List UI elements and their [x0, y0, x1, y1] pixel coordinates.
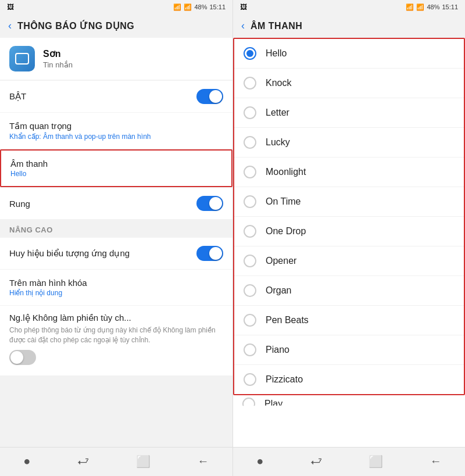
left-bottom-nav: ● ⮐ ⬜ ← — [0, 447, 233, 476]
tam-quan-trong-row[interactable]: Tầm quan trọng Khẩn cấp: Âm thanh và pop… — [0, 113, 233, 149]
right-back-button[interactable]: ‹ — [241, 20, 245, 32]
app-sub: Tin nhắn — [43, 60, 73, 69]
left-panel: 🖼 📶 📶 48% 15:11 ‹ THÔNG BÁO ỨNG DỤNG Sơn… — [0, 0, 233, 476]
left-top-bar: ‹ THÔNG BÁO ỨNG DỤNG — [0, 14, 233, 38]
radio-pen-beats — [244, 314, 256, 327]
radio-opener — [244, 255, 256, 267]
radio-knock — [244, 77, 256, 90]
right-status-bar: 🖼 📶 📶 48% 15:11 — [233, 0, 465, 14]
sound-item-piano[interactable]: Piano — [234, 335, 464, 365]
left-status-right: 📶 📶 48% 15:11 — [173, 3, 226, 11]
partial-play-label: Play — [264, 399, 282, 409]
am-thanh-text: Âm thanh Hello — [10, 159, 48, 178]
rung-row[interactable]: Rung — [0, 188, 233, 219]
sound-label-pizzicato: Pizzicato — [266, 374, 303, 385]
radio-organ — [244, 284, 256, 297]
sound-label-opener: Opener — [266, 256, 296, 266]
bat-row[interactable]: BẬT — [0, 81, 233, 112]
sound-label-lucky: Lucky — [266, 137, 290, 148]
sound-item-on-time[interactable]: On Time — [234, 187, 464, 217]
sound-label-hello: Hello — [266, 48, 287, 59]
left-nav-back[interactable]: ← — [188, 452, 219, 470]
ngle-body: Cho phép thông báo từ ứng dụng này khi c… — [9, 325, 223, 345]
partial-radio — [242, 398, 255, 410]
partial-play-item[interactable]: Play — [233, 395, 465, 413]
radio-moonlight — [244, 166, 256, 178]
sound-item-pizzicato[interactable]: Pizzicato — [234, 365, 464, 394]
am-thanh-row[interactable]: Âm thanh Hello — [0, 149, 233, 187]
left-status-left: 🖼 — [7, 3, 14, 11]
right-nav-square[interactable]: ⬜ — [359, 452, 392, 471]
rung-label: Rung — [9, 199, 30, 209]
sound-label-pen-beats: Pen Beats — [266, 315, 309, 325]
sound-item-lucky[interactable]: Lucky — [234, 128, 464, 158]
right-time: 15:11 — [442, 3, 458, 10]
right-panel: 🖼 📶 📶 48% 15:11 ‹ ÂM THANH HelloKnockLet… — [233, 0, 465, 476]
radio-hello — [244, 47, 256, 60]
sound-label-knock: Knock — [266, 78, 291, 88]
bat-label: BẬT — [9, 91, 26, 102]
left-battery-text: 48% — [194, 3, 207, 10]
app-details: Sơn Tin nhắn — [43, 48, 73, 69]
sound-item-pen-beats[interactable]: Pen Beats — [234, 306, 464, 335]
radio-lucky — [244, 136, 256, 149]
sound-list: HelloKnockLetterLuckyMoonlightOn TimeOne… — [233, 38, 465, 395]
app-icon-inner — [15, 53, 29, 65]
sound-label-moonlight: Moonlight — [266, 167, 306, 177]
right-nav-return[interactable]: ⮐ — [301, 452, 331, 470]
left-time: 15:11 — [209, 3, 226, 10]
right-wifi-icon: 📶 — [406, 3, 414, 11]
left-status-bar: 🖼 📶 📶 48% 15:11 — [0, 0, 233, 14]
right-status-left: 🖼 — [240, 3, 247, 11]
tam-quan-trong-title: Tầm quan trọng — [9, 121, 151, 131]
rung-toggle[interactable] — [196, 196, 223, 211]
bat-toggle[interactable] — [196, 89, 223, 104]
rung-toggle-knob — [209, 197, 222, 210]
right-nav-dot[interactable]: ● — [247, 452, 273, 470]
am-thanh-title: Âm thanh — [10, 159, 48, 169]
right-bottom-nav: ● ⮐ ⬜ ← — [233, 447, 465, 476]
left-nav-return[interactable]: ⮐ — [68, 452, 98, 470]
radio-on-time — [244, 195, 256, 208]
huy-hieu-toggle[interactable] — [196, 246, 223, 261]
sound-item-moonlight[interactable]: Moonlight — [234, 158, 464, 187]
left-back-button[interactable]: ‹ — [8, 20, 12, 32]
bat-toggle-knob — [209, 90, 222, 103]
radio-pizzicato — [244, 373, 256, 386]
tam-quan-trong-text: Tầm quan trọng Khẩn cấp: Âm thanh và pop… — [9, 121, 151, 141]
right-photo-icon: 🖼 — [240, 3, 247, 11]
sound-label-organ: Organ — [266, 285, 291, 296]
radio-piano — [244, 343, 256, 356]
sound-item-hello[interactable]: Hello — [234, 39, 464, 69]
left-nav-square[interactable]: ⬜ — [127, 452, 160, 471]
left-nav-dot[interactable]: ● — [14, 452, 40, 470]
huy-hieu-row[interactable]: Huy hiệu biểu tượng ứng dụng — [0, 238, 233, 269]
right-top-bar: ‹ ÂM THANH — [233, 14, 465, 38]
sound-label-one-drop: One Drop — [266, 226, 306, 237]
sound-label-piano: Piano — [266, 345, 289, 355]
huy-hieu-toggle-knob — [209, 247, 222, 260]
app-info-row: Sơn Tin nhắn — [0, 38, 233, 80]
right-page-title: ÂM THANH — [251, 21, 302, 31]
radio-letter — [244, 106, 256, 119]
right-signal-icon: 📶 — [416, 3, 424, 11]
sound-item-knock[interactable]: Knock — [234, 69, 464, 98]
right-nav-back[interactable]: ← — [421, 452, 451, 470]
tren-row[interactable]: Trên màn hình khóa Hiển thị nội dung — [0, 270, 233, 305]
sound-item-organ[interactable]: Organ — [234, 276, 464, 306]
right-battery-text: 48% — [427, 3, 439, 10]
radio-inner-hello — [246, 50, 253, 57]
ngle-toggle[interactable] — [9, 350, 36, 365]
app-icon — [9, 46, 35, 71]
left-signal-icon: 📶 — [184, 3, 192, 11]
sound-item-letter[interactable]: Letter — [234, 98, 464, 128]
sound-item-opener[interactable]: Opener — [234, 246, 464, 276]
sound-label-letter: Letter — [266, 108, 289, 118]
app-name: Sơn — [43, 48, 73, 59]
left-page-title: THÔNG BÁO ỨNG DỤNG — [17, 20, 134, 31]
ngle-row[interactable]: Ng.lệ Không làm phiền tùy ch... Cho phép… — [0, 306, 233, 375]
sound-item-one-drop[interactable]: One Drop — [234, 217, 464, 246]
left-photo-icon: 🖼 — [7, 3, 14, 11]
left-content-area: Sơn Tin nhắn BẬT Tầm quan trọng Khẩn cấp… — [0, 38, 233, 447]
radio-one-drop — [244, 225, 256, 238]
